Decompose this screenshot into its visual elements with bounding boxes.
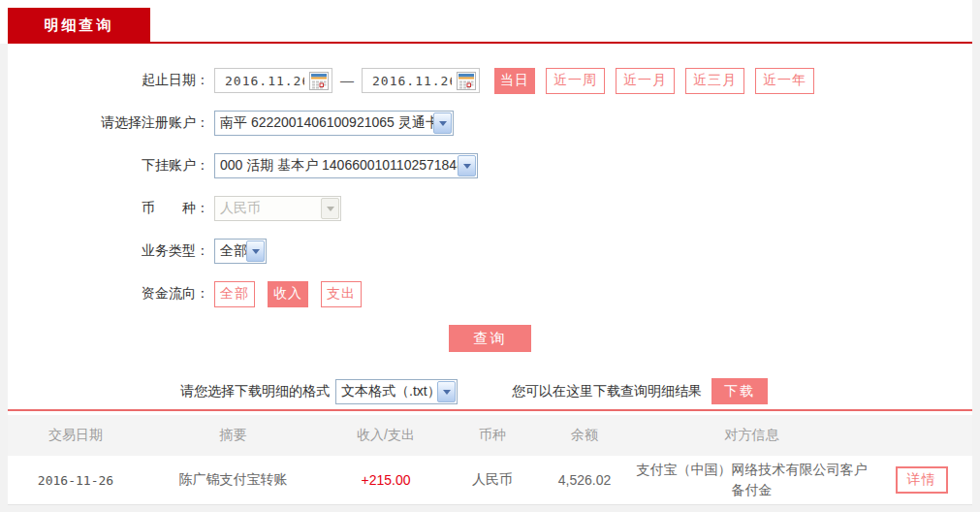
tab-detail-query[interactable]: 明细查询 [8,8,150,44]
download-row: 请您选择下载明细的格式 文本格式（.txt） 您可以在这里下载查询明细结果 下载 [8,378,972,404]
quick-btn-last-month[interactable]: 近一月 [616,68,675,94]
register-account-row: 请选择注册账户： 南平 6222001406100921065 灵通卡 [8,102,972,144]
business-type-label: 业务类型： [8,242,209,260]
register-account-label: 请选择注册账户： [8,114,209,132]
flow-btn-income[interactable]: 收入 [268,281,308,307]
sub-account-field: 000 活期 基本户 1406600101102571848 [214,153,478,178]
tab-bar: 明细查询 [0,0,972,44]
chevron-down-icon [321,198,339,219]
date-range-field: — 当日 [214,68,825,94]
date-separator: — [340,73,354,88]
chevron-down-icon [433,112,452,134]
col-header-currency: 币种 [449,427,536,444]
table-header: 交易日期 摘要 收入/支出 币种 余额 对方信息 [8,415,972,456]
register-account-select[interactable]: 南平 6222001406100921065 灵通卡 [214,111,454,136]
download-hint: 您可以在这里下载查询明细结果 [512,383,702,400]
quick-btn-last-year[interactable]: 近一年 [755,68,814,94]
cell-currency: 人民币 [449,471,536,489]
col-header-amount: 收入/支出 [323,427,449,444]
end-date-box [362,68,480,93]
cell-counterparty: 支付宝（中国）网络技术有限公司客户备付金 [633,456,870,504]
download-format-select[interactable]: 文本格式（.txt） [335,379,458,404]
chevron-down-icon [246,240,265,262]
currency-select: 人民币 [214,196,341,221]
flow-btn-expense[interactable]: 支出 [321,281,362,307]
section-divider [8,409,972,411]
calendar-icon[interactable] [309,72,329,90]
business-type-select[interactable]: 全部 [214,239,267,264]
quick-date-buttons: 当日 近一周 近一月 近三月 近一年 [494,68,825,94]
query-button-row: 查询 [8,325,972,352]
download-button[interactable]: 下载 [711,378,768,404]
col-header-date: 交易日期 [8,427,143,444]
col-header-balance: 余额 [536,427,633,444]
currency-value: 人民币 [220,200,261,217]
start-date-input[interactable] [215,70,304,91]
sub-account-label: 下挂账户： [8,157,209,175]
download-format-value: 文本格式（.txt） [341,383,437,400]
business-type-row: 业务类型： 全部 [8,230,972,272]
cell-balance: 4,526.02 [536,472,633,488]
download-format-label: 请您选择下载明细的格式 [180,383,330,400]
fund-flow-buttons: 全部 收入 支出 [214,281,374,307]
cell-summary: 陈广锦支付宝转账 [143,471,323,489]
sub-account-select[interactable]: 000 活期 基本户 1406600101102571848 [214,153,478,178]
fund-flow-row: 资金流向： 全部 收入 支出 [8,272,972,315]
table-row: 2016-11-26 陈广锦支付宝转账 +215.00 人民币 4,526.02… [8,456,972,505]
currency-label: 币 种： [8,200,209,217]
start-date-box [214,68,332,93]
page: 明细查询 起止日期： [0,0,980,512]
chevron-down-icon [437,381,456,402]
sub-account-row: 下挂账户： 000 活期 基本户 1406600101102571848 [8,144,972,187]
end-date-input[interactable] [363,70,452,91]
date-range-row: 起止日期： — [8,59,972,102]
query-button[interactable]: 查询 [449,325,531,352]
cell-amount: +215.00 [323,472,449,488]
register-account-value: 南平 6222001406100921065 灵通卡 [220,114,433,132]
chevron-down-icon [458,155,476,176]
col-header-summary: 摘要 [143,427,323,444]
quick-btn-last-week[interactable]: 近一周 [546,68,605,94]
query-form-panel: 起止日期： — [8,44,972,505]
quick-btn-today[interactable]: 当日 [494,68,535,94]
cell-transaction-date: 2016-11-26 [8,473,143,488]
calendar-icon[interactable] [457,72,476,90]
detail-button[interactable]: 详情 [896,466,948,494]
fund-flow-label: 资金流向： [8,285,209,303]
quick-btn-last-3-months[interactable]: 近三月 [685,68,744,94]
currency-field: 人民币 [214,196,341,221]
col-header-counterparty: 对方信息 [633,427,870,444]
date-range-label: 起止日期： [8,72,209,89]
currency-row: 币 种： 人民币 [8,187,972,230]
register-account-field: 南平 6222001406100921065 灵通卡 [214,111,454,136]
tab-underline [8,42,972,44]
sub-account-value: 000 活期 基本户 1406600101102571848 [220,157,458,175]
business-type-field: 全部 [214,239,267,264]
tab-label: 明细查询 [45,16,114,35]
flow-btn-all[interactable]: 全部 [214,281,255,307]
business-type-value: 全部 [220,242,246,260]
